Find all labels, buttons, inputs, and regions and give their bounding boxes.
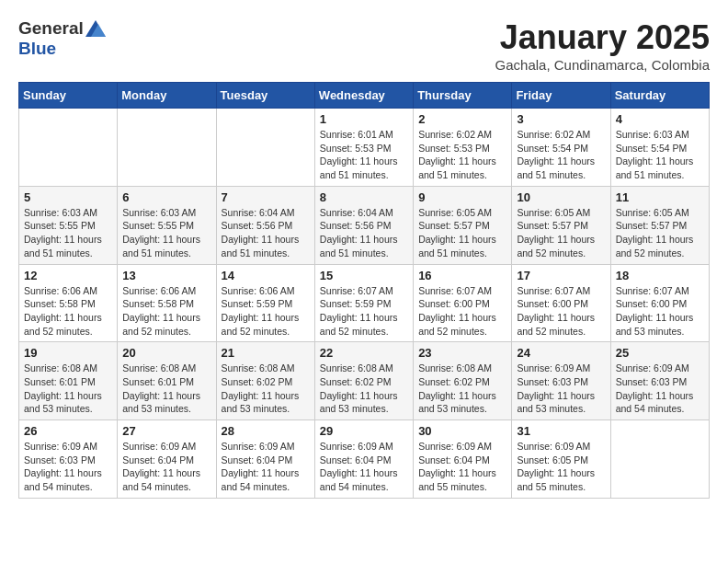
calendar-week-5: 26Sunrise: 6:09 AM Sunset: 6:03 PM Dayli… [19,420,710,499]
day-info-9: Sunrise: 6:05 AM Sunset: 5:57 PM Dayligh… [418,206,506,260]
calendar-day-22: 22Sunrise: 6:08 AM Sunset: 6:02 PM Dayli… [314,342,413,420]
calendar-week-4: 19Sunrise: 6:08 AM Sunset: 6:01 PM Dayli… [19,342,710,420]
day-number-6: 6 [122,190,210,204]
calendar-day-11: 11Sunrise: 6:05 AM Sunset: 5:57 PM Dayli… [610,186,709,264]
day-number-4: 4 [616,112,704,126]
day-number-14: 14 [222,269,310,282]
calendar-day-23: 23Sunrise: 6:08 AM Sunset: 6:02 PM Dayli… [414,342,512,420]
calendar-day-13: 13Sunrise: 6:06 AM Sunset: 5:58 PM Dayli… [118,264,216,342]
day-number-15: 15 [320,269,408,282]
calendar-day-25: 25Sunrise: 6:09 AM Sunset: 6:03 PM Dayli… [610,342,709,420]
calendar-day-6: 6Sunrise: 6:03 AM Sunset: 5:55 PM Daylig… [118,186,216,264]
weekday-header-saturday: Saturday [610,83,709,109]
day-info-21: Sunrise: 6:08 AM Sunset: 6:02 PM Dayligh… [222,362,310,416]
day-number-16: 16 [418,269,506,282]
calendar-day-16: 16Sunrise: 6:07 AM Sunset: 6:00 PM Dayli… [414,264,512,342]
day-number-26: 26 [24,424,112,438]
day-info-14: Sunrise: 6:06 AM Sunset: 5:59 PM Dayligh… [222,284,310,339]
calendar-day-31: 31Sunrise: 6:09 AM Sunset: 6:05 PM Dayli… [512,420,610,499]
day-number-2: 2 [418,112,506,126]
day-info-28: Sunrise: 6:09 AM Sunset: 6:04 PM Dayligh… [222,440,310,494]
calendar-week-1: 1Sunrise: 6:01 AM Sunset: 5:53 PM Daylig… [19,109,710,187]
day-info-11: Sunrise: 6:05 AM Sunset: 5:57 PM Dayligh… [616,206,704,260]
calendar-table: SundayMondayTuesdayWednesdayThursdayFrid… [18,82,710,499]
calendar-day-4: 4Sunrise: 6:03 AM Sunset: 5:54 PM Daylig… [610,109,709,187]
location-title: Gachala, Cundinamarca, Colombia [495,57,710,73]
day-info-1: Sunrise: 6:01 AM Sunset: 5:53 PM Dayligh… [320,128,408,182]
day-number-3: 3 [517,112,605,126]
day-number-25: 25 [616,346,704,360]
calendar-day-20: 20Sunrise: 6:08 AM Sunset: 6:01 PM Dayli… [118,342,216,420]
calendar-week-2: 5Sunrise: 6:03 AM Sunset: 5:55 PM Daylig… [19,186,710,264]
day-number-7: 7 [222,190,310,204]
day-info-4: Sunrise: 6:03 AM Sunset: 5:54 PM Dayligh… [616,128,704,182]
day-number-1: 1 [320,112,408,126]
day-number-28: 28 [222,424,310,438]
calendar-day-14: 14Sunrise: 6:06 AM Sunset: 5:59 PM Dayli… [216,264,314,342]
logo-blue-text: Blue [18,39,56,58]
day-info-30: Sunrise: 6:09 AM Sunset: 6:04 PM Dayligh… [418,440,506,494]
day-number-21: 21 [222,346,310,360]
calendar-day-9: 9Sunrise: 6:05 AM Sunset: 5:57 PM Daylig… [414,186,512,264]
day-info-29: Sunrise: 6:09 AM Sunset: 6:04 PM Dayligh… [320,440,408,494]
month-title: January 2025 [495,18,710,57]
day-number-30: 30 [418,424,506,438]
calendar-day-7: 7Sunrise: 6:04 AM Sunset: 5:56 PM Daylig… [216,186,314,264]
day-number-24: 24 [517,346,605,360]
day-info-15: Sunrise: 6:07 AM Sunset: 5:59 PM Dayligh… [320,284,408,339]
calendar-week-3: 12Sunrise: 6:06 AM Sunset: 5:58 PM Dayli… [19,264,710,342]
calendar-day-15: 15Sunrise: 6:07 AM Sunset: 5:59 PM Dayli… [314,264,413,342]
weekday-header-monday: Monday [118,83,216,109]
day-number-12: 12 [24,269,112,282]
day-number-19: 19 [24,346,112,360]
day-number-18: 18 [616,269,704,282]
logo-general-text: General [18,18,84,39]
day-info-13: Sunrise: 6:06 AM Sunset: 5:58 PM Dayligh… [122,284,210,339]
day-info-3: Sunrise: 6:02 AM Sunset: 5:54 PM Dayligh… [517,128,605,182]
calendar-day-30: 30Sunrise: 6:09 AM Sunset: 6:04 PM Dayli… [414,420,512,499]
weekday-header-sunday: Sunday [19,83,118,109]
calendar-day-24: 24Sunrise: 6:09 AM Sunset: 6:03 PM Dayli… [512,342,610,420]
day-number-11: 11 [616,190,704,204]
calendar-day-5: 5Sunrise: 6:03 AM Sunset: 5:55 PM Daylig… [19,186,118,264]
day-number-8: 8 [320,190,408,204]
calendar-day-17: 17Sunrise: 6:07 AM Sunset: 6:00 PM Dayli… [512,264,610,342]
day-number-20: 20 [122,346,210,360]
calendar-empty-cell [216,109,314,187]
calendar-day-18: 18Sunrise: 6:07 AM Sunset: 6:00 PM Dayli… [610,264,709,342]
day-info-19: Sunrise: 6:08 AM Sunset: 6:01 PM Dayligh… [24,362,112,416]
day-info-10: Sunrise: 6:05 AM Sunset: 5:57 PM Dayligh… [517,206,605,260]
day-info-31: Sunrise: 6:09 AM Sunset: 6:05 PM Dayligh… [517,440,605,494]
day-number-10: 10 [517,190,605,204]
logo-icon [85,20,106,37]
day-number-17: 17 [517,269,605,282]
calendar-day-27: 27Sunrise: 6:09 AM Sunset: 6:04 PM Dayli… [118,420,216,499]
day-info-8: Sunrise: 6:04 AM Sunset: 5:56 PM Dayligh… [320,206,408,260]
day-info-27: Sunrise: 6:09 AM Sunset: 6:04 PM Dayligh… [122,440,210,494]
calendar-day-29: 29Sunrise: 6:09 AM Sunset: 6:04 PM Dayli… [314,420,413,499]
day-number-27: 27 [122,424,210,438]
title-block: January 2025 Gachala, Cundinamarca, Colo… [495,18,710,73]
calendar-day-21: 21Sunrise: 6:08 AM Sunset: 6:02 PM Dayli… [216,342,314,420]
day-number-13: 13 [122,269,210,282]
day-number-9: 9 [418,190,506,204]
day-number-29: 29 [320,424,408,438]
calendar-day-19: 19Sunrise: 6:08 AM Sunset: 6:01 PM Dayli… [19,342,118,420]
day-number-31: 31 [517,424,605,438]
calendar-day-8: 8Sunrise: 6:04 AM Sunset: 5:56 PM Daylig… [314,186,413,264]
day-number-23: 23 [418,346,506,360]
calendar-day-28: 28Sunrise: 6:09 AM Sunset: 6:04 PM Dayli… [216,420,314,499]
weekday-header-wednesday: Wednesday [314,83,413,109]
day-info-17: Sunrise: 6:07 AM Sunset: 6:00 PM Dayligh… [517,284,605,339]
calendar-day-26: 26Sunrise: 6:09 AM Sunset: 6:03 PM Dayli… [19,420,118,499]
calendar-day-10: 10Sunrise: 6:05 AM Sunset: 5:57 PM Dayli… [512,186,610,264]
calendar-empty-cell [19,109,118,187]
day-info-5: Sunrise: 6:03 AM Sunset: 5:55 PM Dayligh… [24,206,112,260]
day-info-22: Sunrise: 6:08 AM Sunset: 6:02 PM Dayligh… [320,362,408,416]
day-number-5: 5 [24,190,112,204]
page-header: General Blue January 2025 Gachala, Cundi… [18,18,710,73]
calendar-day-12: 12Sunrise: 6:06 AM Sunset: 5:58 PM Dayli… [19,264,118,342]
calendar-empty-cell [118,109,216,187]
weekday-header-friday: Friday [512,83,610,109]
calendar-empty-cell [610,420,709,499]
